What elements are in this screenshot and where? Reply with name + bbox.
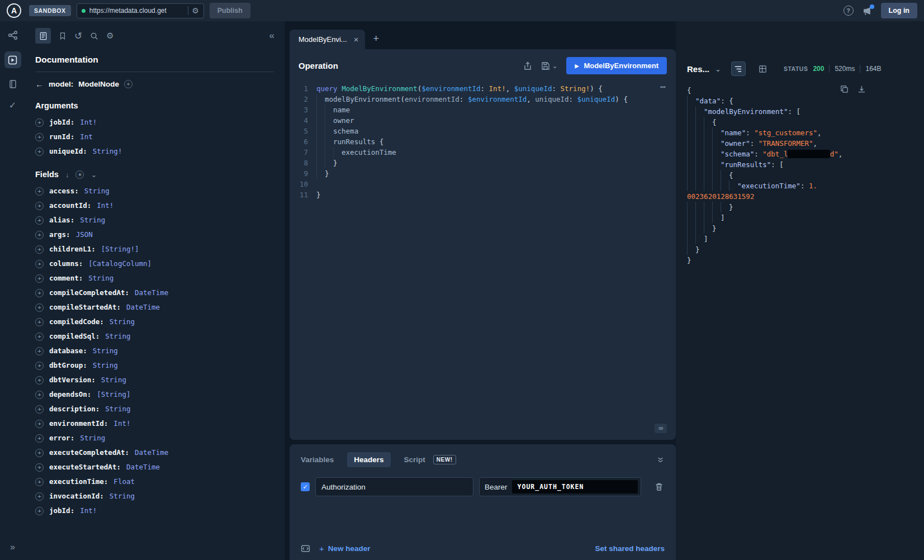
code-line[interactable]: 10 — [290, 179, 676, 189]
field-row[interactable]: +executionTime:Float — [25, 474, 285, 489]
add-to-operation-icon[interactable]: + — [35, 507, 44, 515]
field-row[interactable]: +invocationId:String — [25, 489, 285, 504]
tree-view-icon[interactable] — [731, 61, 746, 76]
field-row[interactable]: +alias:String — [25, 213, 285, 227]
code-line[interactable]: 6runResults { — [290, 136, 676, 147]
share-operation-icon[interactable] — [523, 61, 532, 70]
response-dropdown-chevron-icon[interactable]: ⌄ — [715, 65, 721, 73]
collapse-panel-icon[interactable] — [656, 456, 665, 464]
add-to-operation-icon[interactable]: + — [35, 376, 44, 385]
argument-row[interactable]: +runId:Int — [25, 130, 285, 144]
checks-icon[interactable]: ✓ — [9, 100, 16, 111]
tab-headers[interactable]: Headers — [347, 452, 390, 467]
field-row[interactable]: +dbtVersion:String — [25, 373, 285, 387]
add-to-operation-icon[interactable]: + — [35, 274, 44, 283]
expand-rail-icon[interactable]: » — [10, 542, 15, 560]
endpoint-url-bar[interactable]: https://metadata.cloud.get ⚙ — [77, 3, 204, 18]
code-line[interactable]: 1query ModelByEnvironment($environmentId… — [290, 83, 676, 94]
code-line[interactable]: 9} — [290, 168, 676, 179]
close-tab-icon[interactable]: × — [354, 35, 359, 44]
add-to-operation-icon[interactable]: + — [35, 202, 44, 210]
back-icon[interactable]: ← — [35, 79, 44, 89]
add-to-operation-icon[interactable]: + — [35, 478, 44, 486]
settings-icon[interactable]: ⚙ — [106, 31, 113, 41]
argument-row[interactable]: +uniqueId:String! — [25, 144, 285, 159]
add-to-operation-icon[interactable]: + — [35, 289, 44, 297]
field-row[interactable]: +executeCompletedAt:DateTime — [25, 445, 285, 460]
header-key-input[interactable] — [315, 477, 473, 496]
field-row[interactable]: +columns:[CatalogColumn] — [25, 257, 285, 271]
new-tab-button[interactable]: + — [373, 33, 379, 45]
sort-fields-icon[interactable]: ↓ — [65, 170, 69, 179]
field-row[interactable]: +error:String — [25, 431, 285, 445]
add-to-operation-icon[interactable]: + — [35, 434, 44, 443]
add-to-operation-icon[interactable]: + — [35, 333, 44, 341]
field-row[interactable]: +jobId:Int! — [25, 504, 285, 518]
add-to-operation-icon[interactable]: + — [35, 492, 44, 501]
code-line[interactable]: 8} — [290, 158, 676, 168]
field-row[interactable]: +args:JSON — [25, 227, 285, 242]
download-response-icon[interactable] — [857, 85, 866, 93]
table-view-icon[interactable] — [756, 61, 770, 76]
add-to-operation-icon[interactable]: + — [35, 391, 44, 399]
copy-response-icon[interactable] — [840, 85, 849, 93]
bookmark-icon[interactable] — [59, 32, 67, 40]
save-operation-icon[interactable]: ⌄ — [541, 61, 557, 70]
tab-variables[interactable]: Variables — [301, 452, 334, 467]
run-operation-button[interactable]: ▶ ModelByEnvironment — [566, 57, 667, 74]
operations-icon[interactable] — [8, 79, 17, 89]
add-to-operation-icon[interactable]: + — [35, 231, 44, 239]
graph-icon[interactable] — [8, 30, 18, 40]
field-row[interactable]: +description:String — [25, 402, 285, 416]
model-name[interactable]: ModelNode — [78, 80, 119, 88]
set-shared-headers-link[interactable]: Set shared headers — [595, 544, 665, 553]
field-row[interactable]: +database:String — [25, 344, 285, 358]
add-to-operation-icon[interactable]: + — [35, 362, 44, 370]
add-all-fields-icon[interactable]: + — [75, 170, 84, 179]
add-to-operation-icon[interactable]: + — [35, 245, 44, 254]
tab-script[interactable]: Script — [404, 452, 425, 467]
fields-options-chevron-icon[interactable]: ⌄ — [91, 170, 97, 179]
help-icon[interactable]: ? — [844, 6, 854, 16]
editor-menu-icon[interactable]: ⋯ — [660, 81, 667, 92]
save-dropdown-chevron-icon[interactable]: ⌄ — [552, 62, 557, 70]
add-to-operation-icon[interactable]: + — [35, 216, 44, 225]
code-line[interactable]: 11} — [290, 189, 676, 200]
add-model-icon[interactable]: + — [124, 80, 132, 88]
field-row[interactable]: +executeStartedAt:DateTime — [25, 460, 285, 474]
field-row[interactable]: +comment:String — [25, 271, 285, 286]
field-row[interactable]: +dependsOn:[String] — [25, 387, 285, 402]
environment-variables-icon[interactable] — [301, 544, 310, 553]
add-to-operation-icon[interactable]: + — [35, 449, 44, 457]
operation-tab[interactable]: ModelByEnvi... × — [290, 30, 365, 49]
header-enabled-checkbox[interactable]: ✓ — [301, 482, 310, 491]
header-value-field[interactable]: Bearer YOUR_AUTH_TOKEN — [479, 477, 641, 496]
add-to-operation-icon[interactable]: + — [35, 187, 44, 196]
code-line[interactable]: 5schema — [290, 126, 676, 136]
auth-token-value[interactable]: YOUR_AUTH_TOKEN — [512, 480, 638, 493]
field-row[interactable]: +compileStartedAt:DateTime — [25, 300, 285, 315]
explorer-icon[interactable] — [4, 51, 21, 68]
search-icon[interactable] — [90, 32, 98, 40]
field-row[interactable]: +access:String — [25, 184, 285, 198]
add-to-operation-icon[interactable]: + — [35, 405, 44, 414]
argument-row[interactable]: +jobId:Int! — [25, 115, 285, 130]
add-to-operation-icon[interactable]: + — [35, 463, 44, 472]
login-button[interactable]: Log in — [881, 3, 918, 18]
add-to-operation-icon[interactable]: + — [35, 260, 44, 268]
field-row[interactable]: +accountId:Int! — [25, 198, 285, 213]
add-to-operation-icon[interactable]: + — [35, 303, 44, 312]
field-row[interactable]: +compileCompletedAt:DateTime — [25, 286, 285, 300]
add-to-operation-icon[interactable]: + — [35, 148, 44, 156]
history-icon[interactable]: ↺ — [74, 30, 82, 42]
add-to-operation-icon[interactable]: + — [35, 420, 44, 428]
code-line[interactable]: 4owner — [290, 115, 676, 126]
field-row[interactable]: +compiledCode:String — [25, 315, 285, 329]
add-to-operation-icon[interactable]: + — [35, 133, 44, 141]
new-header-button[interactable]: + New header — [319, 544, 371, 553]
delete-header-icon[interactable] — [655, 482, 664, 491]
add-to-operation-icon[interactable]: + — [35, 347, 44, 355]
keyboard-shortcuts-icon[interactable]: ⌨ — [655, 424, 667, 433]
apollo-logo[interactable]: A — [7, 3, 21, 18]
endpoint-url[interactable]: https://metadata.cloud.get — [89, 7, 184, 15]
